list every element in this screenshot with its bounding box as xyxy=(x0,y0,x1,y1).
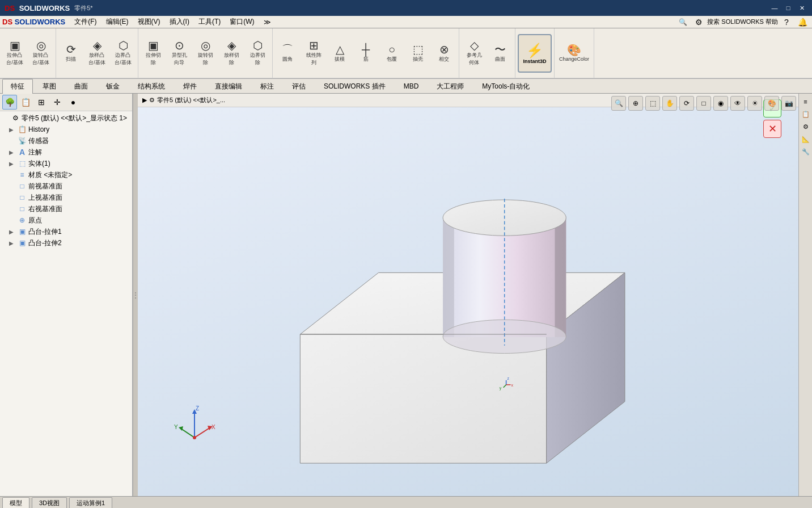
status-tab-motion[interactable]: 运动算例1 xyxy=(69,497,112,509)
menu-window[interactable]: 窗口(W) xyxy=(225,16,259,28)
tree-item-right-plane[interactable]: □ 右视基准面 xyxy=(0,203,132,215)
expand-boss-extrude2[interactable]: ▶ xyxy=(9,240,17,246)
loft-button[interactable]: ◈ 放样凸台/基体 xyxy=(84,39,109,68)
hole-wizard-button[interactable]: ⊙ 异型孔向导 xyxy=(167,39,192,68)
hole-wizard-icon: ⊙ xyxy=(175,40,184,51)
expand-annotations[interactable]: ▶ xyxy=(9,149,17,156)
tree-item-boss-extrude2[interactable]: ▶ ▣ 凸台-拉伸2 xyxy=(0,237,132,249)
status-tab-3dview[interactable]: 3D视图 xyxy=(32,497,67,509)
sidebar-tool-add[interactable]: ✛ xyxy=(50,95,65,110)
boundary-button[interactable]: ⬡ 边界凸台/基体 xyxy=(111,39,136,68)
shell-button[interactable]: ⬚ 抽壳 xyxy=(405,39,430,68)
tree-item-history[interactable]: ▶ 📋 History xyxy=(0,124,132,135)
toolbar-alerts[interactable]: 🔔 xyxy=(795,15,810,30)
extrude-cut-button[interactable]: ▣ 拉伸切除 xyxy=(141,39,166,68)
svg-text:Y: Y xyxy=(174,424,178,430)
appearance-button[interactable]: 🎨 xyxy=(764,96,779,111)
viewport[interactable]: ▶ ⚙ 零件5 (默认) <<默认>_... ✓ ✕ 🔍 ⊕ ⬚ ✋ ⟳ □ ◉… xyxy=(138,94,798,496)
loft-icon: ◈ xyxy=(93,40,102,51)
expand-boss-extrude1[interactable]: ▶ xyxy=(9,229,17,235)
toolbar-search[interactable]: 🔍 xyxy=(675,15,690,30)
loft-cut-button[interactable]: ◈ 放样切除 xyxy=(219,39,244,68)
lighting-button[interactable]: ☀ xyxy=(747,96,762,111)
close-button[interactable]: ✕ xyxy=(796,3,807,13)
sidebar-tool-properties[interactable]: 📋 xyxy=(18,95,33,110)
tab-features[interactable]: 特征 xyxy=(2,79,33,94)
view-selector-button[interactable]: □ xyxy=(696,96,711,111)
tree-item-boss-extrude1[interactable]: ▶ ▣ 凸台-拉伸1 xyxy=(0,226,132,237)
tree-item-sensors[interactable]: 📡 传感器 xyxy=(0,135,132,146)
maximize-button[interactable]: □ xyxy=(783,3,794,13)
tab-annotation[interactable]: 标注 xyxy=(252,79,282,94)
tab-sheetmetal[interactable]: 钣金 xyxy=(98,79,128,94)
view-options-button[interactable]: 👁 xyxy=(730,96,745,111)
tree-item-annotations[interactable]: ▶ A 注解 xyxy=(0,146,132,158)
fillet-button[interactable]: ⌒ 圆角 xyxy=(275,39,300,68)
status-tab-model[interactable]: 模型 xyxy=(2,497,29,509)
tree-item-solidbody[interactable]: ▶ ⬚ 实体(1) xyxy=(0,158,132,169)
menu-insert[interactable]: 插入(I) xyxy=(165,16,194,28)
curves-button[interactable]: 〜 曲面 xyxy=(488,39,513,68)
extrude-boss-button[interactable]: ▣ 拉伸凸台/基体 xyxy=(2,39,27,68)
toolbar-settings[interactable]: ⚙ xyxy=(691,15,706,30)
minimize-button[interactable]: — xyxy=(769,3,780,13)
tab-surface[interactable]: 曲面 xyxy=(66,79,96,94)
zoom-window-button[interactable]: ⬚ xyxy=(645,96,660,111)
revolve-boss-button[interactable]: ◎ 旋转凸台/基体 xyxy=(28,39,53,68)
right-panel-btn3[interactable]: ⚙ xyxy=(800,121,811,132)
rotate-button[interactable]: ⟳ xyxy=(679,96,694,111)
tree-item-material[interactable]: ≡ 材质 <未指定> xyxy=(0,169,132,180)
scene-button[interactable]: 📷 xyxy=(781,96,796,111)
zoom-to-fit-button[interactable]: 🔍 xyxy=(611,96,626,111)
tab-mytools[interactable]: MyTools-自动化 xyxy=(473,79,538,94)
boundary-cut-button[interactable]: ⬡ 边界切除 xyxy=(245,39,270,68)
pan-button[interactable]: ✋ xyxy=(662,96,677,111)
instant3d-button[interactable]: ⚡ Instant3D xyxy=(518,34,552,73)
toolbar-help[interactable]: ? xyxy=(779,15,794,30)
revolve-cut-button[interactable]: ◎ 旋转切除 xyxy=(193,39,218,68)
expand-solidbody[interactable]: ▶ xyxy=(9,161,17,167)
menu-file[interactable]: 文件(F) xyxy=(70,16,101,28)
tab-evaluate[interactable]: 评估 xyxy=(284,79,314,94)
tab-bar: 特征 草图 曲面 钣金 结构系统 焊件 直接编辑 标注 评估 SOLIDWORK… xyxy=(0,79,812,94)
sidebar-tool-display[interactable]: ● xyxy=(66,95,81,110)
svg-text:z: z xyxy=(508,376,510,380)
draft-button[interactable]: △ 拔模 xyxy=(327,39,352,68)
sidebar-tool-config[interactable]: ⊞ xyxy=(34,95,49,110)
right-panel-btn4[interactable]: 📐 xyxy=(800,133,811,145)
rib-button[interactable]: ┼ 筋 xyxy=(353,39,378,68)
tab-weldment[interactable]: 焊件 xyxy=(175,79,205,94)
right-panel-btn1[interactable]: ≡ xyxy=(800,96,811,107)
menu-more[interactable]: ≫ xyxy=(259,17,276,27)
tab-mbd[interactable]: MBD xyxy=(395,79,428,93)
tab-solidworks-plugins[interactable]: SOLIDWORKS 插件 xyxy=(315,79,394,94)
menu-tools[interactable]: 工具(T) xyxy=(194,16,225,28)
tree-item-front-plane[interactable]: □ 前视基准面 xyxy=(0,180,132,192)
change-color-button[interactable]: 🎨 ChangeColor xyxy=(557,43,591,64)
tree-icon-solidbody: ⬚ xyxy=(17,158,27,169)
tree-item-root[interactable]: ⚙ 零件5 (默认) <<默认>_显示状态 1> xyxy=(0,112,132,124)
intersect-button[interactable]: ⊗ 相交 xyxy=(432,39,456,68)
sidebar-resize-handle[interactable] xyxy=(133,94,138,496)
tab-sketch[interactable]: 草图 xyxy=(34,79,65,94)
tab-big-engineer[interactable]: 大工程师 xyxy=(428,79,472,94)
sweep-button[interactable]: ⟳ 扫描 xyxy=(58,39,83,68)
sidebar-tool-tree[interactable]: 🌳 xyxy=(2,95,17,110)
tab-structure[interactable]: 结构系统 xyxy=(129,79,174,94)
zoom-button[interactable]: ⊕ xyxy=(628,96,643,111)
tree-label-boss-extrude1: 凸台-拉伸1 xyxy=(28,227,62,237)
tree-item-origin[interactable]: ⊕ 原点 xyxy=(0,215,132,226)
right-panel-btn5[interactable]: 🔧 xyxy=(800,146,811,157)
linear-pattern-button[interactable]: ⊞ 线性阵列 xyxy=(301,39,326,68)
menu-edit[interactable]: 编辑(E) xyxy=(102,16,133,28)
tree-item-top-plane[interactable]: □ 上视基准面 xyxy=(0,192,132,203)
expand-history[interactable]: ▶ xyxy=(9,127,17,133)
revolve-cut-label: 旋转切除 xyxy=(198,52,213,66)
display-style-button[interactable]: ◉ xyxy=(713,96,728,111)
toolbar-group-reference: ◇ 参考几何体 〜 曲面 xyxy=(459,28,515,78)
right-panel-btn2[interactable]: 📋 xyxy=(800,108,811,120)
reference-geometry-button[interactable]: ◇ 参考几何体 xyxy=(462,39,487,68)
menu-view[interactable]: 视图(V) xyxy=(133,16,165,28)
wrap-button[interactable]: ○ 包覆 xyxy=(379,39,404,68)
tab-direct-edit[interactable]: 直接编辑 xyxy=(206,79,251,94)
